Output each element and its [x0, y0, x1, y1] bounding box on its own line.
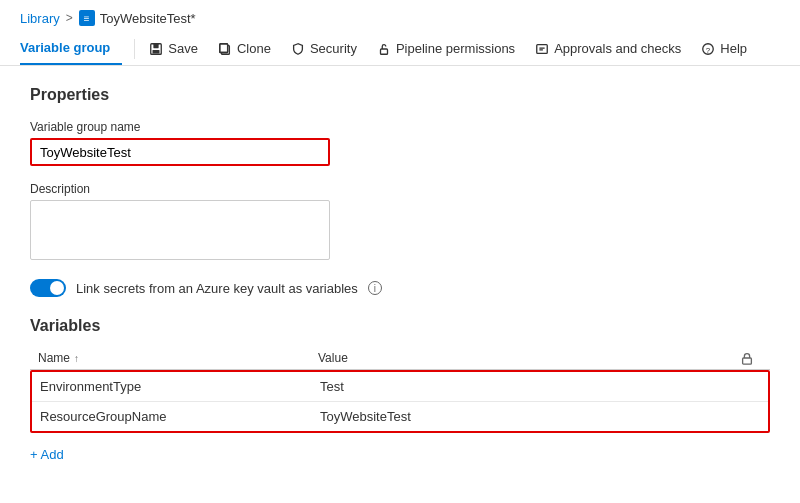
breadcrumb-current: ≡ ToyWebsiteTest*	[79, 10, 196, 26]
variables-section-title: Variables	[30, 317, 770, 335]
save-button[interactable]: Save	[139, 33, 208, 64]
svg-rect-7	[537, 44, 548, 53]
help-label: Help	[720, 41, 747, 56]
toggle-knob	[50, 281, 64, 295]
approvals-label: Approvals and checks	[554, 41, 681, 56]
shield-icon	[291, 42, 305, 56]
row-1-name: EnvironmentType	[40, 379, 320, 394]
svg-rect-6	[380, 49, 387, 54]
breadcrumb-separator: >	[66, 11, 73, 25]
library-link[interactable]: Library	[20, 11, 60, 26]
clone-icon	[218, 42, 232, 56]
pipeline-permissions-button[interactable]: Pipeline permissions	[367, 33, 525, 64]
svg-rect-12	[743, 358, 752, 364]
table-body: EnvironmentType Test ResourceGroupName T…	[30, 370, 770, 433]
help-button[interactable]: ? Help	[691, 33, 757, 64]
description-field: Description	[30, 182, 770, 263]
variable-group-name-input[interactable]	[30, 138, 330, 166]
variable-group-name-field: Variable group name	[30, 120, 770, 166]
variables-table: Name ↑ Value EnvironmentType Test Resour…	[30, 347, 770, 433]
table-row[interactable]: EnvironmentType Test	[32, 372, 768, 402]
sort-icon[interactable]: ↑	[74, 353, 79, 364]
svg-rect-1	[154, 43, 159, 47]
row-2-name: ResourceGroupName	[40, 409, 320, 424]
save-label: Save	[168, 41, 198, 56]
svg-rect-4	[220, 43, 228, 52]
main-content: Properties Variable group name Descripti…	[0, 66, 800, 490]
column-name: Name ↑	[38, 351, 318, 365]
clone-label: Clone	[237, 41, 271, 56]
table-row[interactable]: ResourceGroupName ToyWebsiteTest	[32, 402, 768, 431]
svg-rect-2	[153, 49, 160, 53]
column-name-label: Name	[38, 351, 70, 365]
table-header: Name ↑ Value	[30, 347, 770, 370]
description-input[interactable]	[30, 200, 330, 260]
security-label: Security	[310, 41, 357, 56]
add-button[interactable]: + Add	[30, 439, 64, 470]
save-icon	[149, 42, 163, 56]
info-icon[interactable]: i	[368, 281, 382, 295]
toolbar: Variable group Save Clone Security Pipel…	[0, 32, 800, 66]
properties-section-title: Properties	[30, 86, 770, 104]
row-2-value: ToyWebsiteTest	[320, 409, 730, 424]
breadcrumb: Library > ≡ ToyWebsiteTest*	[0, 0, 800, 32]
row-1-value: Test	[320, 379, 730, 394]
lock-open-icon	[377, 42, 391, 56]
column-value-label: Value	[318, 351, 732, 365]
key-vault-toggle-row: Link secrets from an Azure key vault as …	[30, 279, 770, 297]
page-title: ToyWebsiteTest*	[100, 11, 196, 26]
help-icon: ?	[701, 42, 715, 56]
security-button[interactable]: Security	[281, 33, 367, 64]
column-lock-header	[732, 351, 762, 365]
svg-text:?: ?	[706, 45, 711, 54]
toolbar-divider-1	[134, 39, 135, 59]
tab-variable-group[interactable]: Variable group	[20, 32, 122, 65]
page-type-icon: ≡	[79, 10, 95, 26]
approvals-icon	[535, 42, 549, 56]
variable-group-name-label: Variable group name	[30, 120, 770, 134]
approvals-button[interactable]: Approvals and checks	[525, 33, 691, 64]
pipeline-permissions-label: Pipeline permissions	[396, 41, 515, 56]
toggle-label: Link secrets from an Azure key vault as …	[76, 281, 358, 296]
clone-button[interactable]: Clone	[208, 33, 281, 64]
key-vault-toggle[interactable]	[30, 279, 66, 297]
description-label: Description	[30, 182, 770, 196]
